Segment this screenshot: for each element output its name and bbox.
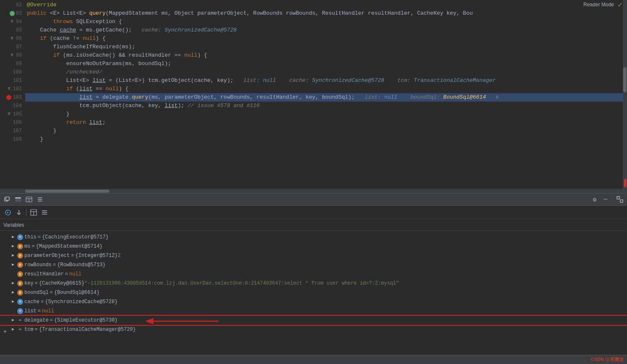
code-line-108: } (25, 135, 623, 144)
svg-rect-3 (15, 199, 21, 201)
var-item-delegate[interactable]: ▶ ∞ delegate = {SimpleExecutor@5730} (0, 316, 627, 325)
expand-arrow-rb[interactable]: ▶ (10, 262, 16, 268)
reader-mode-label[interactable]: Reader Mode (583, 2, 614, 8)
expand-arrow-cache[interactable]: ▶ (10, 299, 16, 305)
debug-panel-wrapper: Variables + ▶ ≡ this = {CachingExecutor@… (0, 206, 627, 355)
gutter-icon-103 (6, 94, 12, 100)
gutter-icon-100 (6, 69, 12, 75)
expand-arrow-this[interactable]: ▶ (10, 234, 16, 240)
var-type-icon-rb: p (17, 262, 23, 268)
svg-rect-12 (620, 200, 623, 202)
vertical-scrollbar[interactable] (623, 0, 627, 189)
line-num-102: ▽ 102 (0, 85, 22, 93)
toolbar-separator (26, 209, 26, 216)
var-item-key[interactable]: ▶ p key = {CacheKey@6615} "-1120131996:4… (0, 279, 627, 288)
var-item-boundsql[interactable]: ▶ p boundSql = {BoundSql@6614} (0, 288, 627, 297)
variables-panel-title: Variables (0, 219, 627, 231)
frames-icon[interactable] (14, 196, 22, 203)
expand-arrow-key[interactable]: ▶ (10, 280, 16, 286)
var-item-parameterobject[interactable]: ▶ p parameterObject = {Integer@5712} 2 (0, 251, 627, 260)
panel-divider: ⚙ ─ (0, 193, 627, 206)
code-main: 92 93 ▽ 94 95 (0, 0, 627, 189)
line-num-93: 93 (0, 9, 22, 18)
var-type-icon-list: ≡ (17, 308, 23, 314)
code-line-104: tcm.putObject(cache, key, list); // issu… (25, 102, 623, 110)
gutter-icon-104 (6, 103, 12, 109)
code-line-95: Cache cache = ms.getCache(); cache: Sync… (25, 26, 623, 34)
var-item-rowbounds[interactable]: ▶ p rowBounds = {RowBounds@5713} (0, 260, 627, 270)
svg-rect-2 (15, 197, 21, 199)
line-num-104: 104 (0, 102, 22, 110)
line-num-107: 107 (0, 127, 22, 135)
var-type-icon-this: ≡ (17, 234, 23, 240)
line-num-108: 108 (0, 135, 22, 144)
step-over-icon[interactable] (3, 208, 13, 217)
bottom-bar: CSDN @苍鹰龙 (0, 355, 627, 364)
horizontal-scrollbar[interactable] (0, 189, 627, 193)
gutter-icon-99 (9, 61, 15, 67)
line-num-99: 99 (0, 60, 22, 68)
debug-panel: Variables + ▶ ≡ this = {CachingExecutor@… (0, 206, 627, 355)
table-view-icon[interactable] (25, 196, 33, 203)
arrow-down-icon-105: ▽ (8, 110, 10, 118)
expand-arrow-delegate[interactable]: ▶ (10, 317, 16, 323)
reader-mode-check-icon: ✓ (617, 1, 623, 9)
csdn-watermark: CSDN @苍鹰龙 (591, 356, 624, 363)
line-num-105: ▽ 105 (0, 110, 22, 118)
minimize-icon[interactable]: ─ (602, 196, 609, 203)
var-type-icon-tcm: ∞ (17, 327, 24, 333)
code-line-103: list = delegate.query(ms, parameterObjec… (25, 93, 623, 102)
restore-debug-icon[interactable] (3, 196, 11, 203)
code-line-101: List<E> list = (List<E>) tcm.getObject(c… (25, 76, 623, 85)
gutter-icon-97 (9, 44, 15, 50)
list-view-icon[interactable] (36, 196, 44, 203)
code-line-99: ensureNoOutParams(ms, boundSql); (25, 60, 623, 68)
divider-left-icons (3, 196, 44, 203)
gutter-icon-94: ▽ (9, 19, 15, 25)
var-item-tcm[interactable]: ▶ ∞ tcm = {TransactionalCacheManager@572… (0, 325, 627, 334)
gutter-icon-92 (9, 2, 15, 8)
error-marker (624, 179, 627, 187)
line-num-100: 100 (0, 68, 22, 76)
var-type-icon-po: p (17, 253, 23, 259)
var-item-cache[interactable]: ▶ ≡ cache = {SynchronizedCache@5728} (0, 297, 627, 306)
expand-arrow-bs[interactable]: ▶ (10, 290, 16, 296)
expand-icon[interactable] (616, 196, 624, 203)
variables-table-icon[interactable] (29, 208, 38, 217)
arrow-down-icon-94: ▽ (11, 18, 13, 26)
var-type-icon-bs: p (17, 290, 23, 296)
code-line-92: @Override (25, 1, 623, 9)
breakpoint-red-icon[interactable] (6, 95, 11, 100)
var-type-icon-rh: p (17, 271, 23, 277)
var-item-resulthandler[interactable]: ▶ p resultHandler = null (0, 270, 627, 279)
gutter-icon-105: ▽ (6, 111, 12, 117)
gutter-icon-96: ▽ (9, 36, 15, 42)
code-line-93: public <E> List<E> query(MappedStatement… (25, 9, 623, 18)
variables-title-text: Variables (3, 222, 24, 228)
line-num-92: 92 (0, 1, 22, 9)
code-line-100: /unchecked/ (25, 68, 623, 76)
line-num-97: 97 (0, 43, 22, 51)
code-line-102: if (list == null) { (25, 85, 623, 93)
var-item-this[interactable]: ▶ ≡ this = {CachingExecutor@5717} (0, 233, 627, 242)
step-into-icon[interactable] (14, 208, 24, 217)
code-line-97: flushCacheIfRequired(ms); (25, 43, 623, 51)
editor-area: Reader Mode ✓ 92 93 ▽ 94 (0, 0, 627, 193)
gutter-icon-102: ▽ (6, 86, 12, 92)
breakpoint-green-icon[interactable] (10, 11, 15, 16)
var-item-list[interactable]: ▶ ≡ list = null (0, 306, 627, 316)
var-type-icon-key: p (17, 280, 23, 286)
var-type-icon-cache: ≡ (17, 299, 23, 305)
reader-mode-bar: Reader Mode ✓ (583, 0, 623, 9)
settings-icon[interactable]: ⚙ (591, 196, 598, 203)
expand-arrow-ms[interactable]: ▶ (10, 244, 16, 249)
variables-list-icon[interactable] (40, 208, 49, 217)
line-num-94: ▽ 94 (0, 18, 22, 26)
code-line-107: } (25, 127, 623, 135)
add-variable-button[interactable]: + (2, 328, 8, 335)
line-num-103: 103 (0, 93, 22, 102)
var-item-ms[interactable]: ▶ p ms = {MappedStatement@5714} (0, 242, 627, 251)
gutter-icon-108 (6, 136, 12, 142)
expand-arrow-po[interactable]: ▶ (10, 253, 16, 259)
expand-arrow-tcm[interactable]: ▶ (10, 327, 16, 333)
